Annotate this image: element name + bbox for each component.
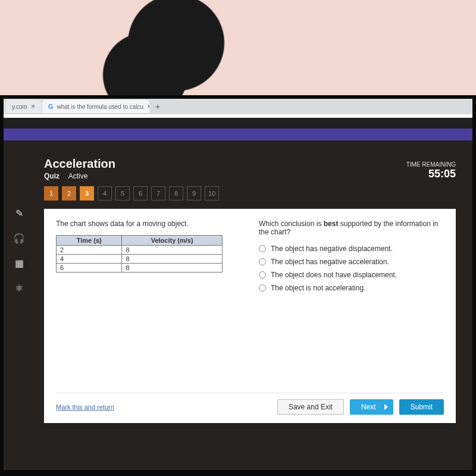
question-left-column: The chart shows data for a moving object… [56,220,241,387]
question-nav-2[interactable]: 2 [62,186,76,201]
physical-foreground-object [83,0,238,107]
answer-options: The object has negative displacement.The… [259,245,444,292]
answer-option-text: The object does not have displacement. [271,271,397,279]
answer-option-text: The object has negative acceleration. [271,258,389,266]
table-row: 68 [57,264,223,273]
time-remaining-label: TIME REMAINING [406,161,456,168]
answer-option-1[interactable]: The object has negative displacement. [259,245,444,253]
time-remaining-value: 55:05 [406,168,456,180]
radio-icon[interactable] [259,258,266,265]
left-prompt-text: The chart shows data for a moving object… [56,220,241,228]
answer-option-text: The object is not accelerating. [271,284,365,292]
table-cell: 2 [57,246,122,255]
question-nav-7[interactable]: 7 [151,186,165,201]
pencil-icon[interactable]: ✎ [11,205,27,221]
table-cell: 8 [122,246,223,255]
table-header: Velocity (m/s) [122,236,223,246]
question-card: The chart shows data for a moving object… [44,209,456,423]
status-label: Active [68,172,88,180]
card-footer: Mark this and return Save and Exit Next … [56,393,444,415]
question-nav-5[interactable]: 5 [115,186,130,201]
answer-option-3[interactable]: The object does not have displacement. [259,271,444,279]
table-cell: 6 [57,264,122,273]
table-header: Time (s) [57,236,122,246]
time-remaining: TIME REMAINING 55:05 [406,161,456,180]
prompt-pre: Which conclusion is [259,220,324,228]
question-nav-10[interactable]: 10 [205,186,219,201]
mark-and-return-link[interactable]: Mark this and return [56,403,114,411]
radio-icon[interactable] [259,271,266,278]
answer-option-text: The object has negative displacement. [271,245,393,253]
radio-icon[interactable] [259,284,266,292]
question-nav-9[interactable]: 9 [187,186,201,201]
answer-option-4[interactable]: The object is not accelerating. [259,284,444,292]
answer-option-2[interactable]: The object has negative acceleration. [259,258,444,266]
browser-tab-strip: y.com × G what is the formula used to ca… [4,99,472,114]
atom-icon[interactable]: ⚛ [11,280,27,296]
left-tool-rail: ✎ 🎧 ▦ ⚛ [11,205,27,296]
table-row: 48 [57,255,223,264]
table-row: 28 [57,246,223,255]
google-favicon-icon: G [48,103,54,110]
question-nav: 12345678910 [44,186,456,201]
tab-label: what is the formula used to calcu [57,104,144,110]
close-icon[interactable]: × [31,102,35,111]
tab-label: y.com [12,104,27,110]
quiz-shell: ✎ 🎧 ▦ ⚛ Acceleration Quiz Active TIME RE… [4,140,472,474]
question-nav-3[interactable]: 3 [80,186,94,201]
question-nav-6[interactable]: 6 [133,186,148,201]
headphones-icon[interactable]: 🎧 [11,230,27,246]
close-icon[interactable]: × [147,102,149,111]
question-nav-8[interactable]: 8 [169,186,183,201]
table-cell: 4 [57,255,122,264]
monitor-frame: y.com × G what is the formula used to ca… [0,95,476,476]
question-right-column: Which conclusion is best supported by th… [259,220,444,387]
table-cell: 8 [122,255,223,264]
right-prompt-text: Which conclusion is best supported by th… [259,220,444,236]
mode-label: Quiz [44,172,60,180]
question-nav-1[interactable]: 1 [44,186,58,201]
new-tab-button[interactable]: + [151,102,165,111]
browser-toolbar-area [4,114,472,118]
radio-icon[interactable] [259,245,266,252]
prompt-bold: best [324,220,339,228]
data-table: Time (s)Velocity (m/s) 284868 [56,235,223,273]
next-button[interactable]: Next [350,399,393,415]
save-and-exit-button[interactable]: Save and Exit [277,399,344,415]
page-title: Acceleration [44,157,115,171]
browser-tab-2[interactable]: G what is the formula used to calcu × [42,100,149,113]
table-cell: 8 [122,264,223,273]
submit-button[interactable]: Submit [399,399,444,415]
question-nav-4[interactable]: 4 [98,186,112,201]
calculator-icon[interactable]: ▦ [11,255,27,271]
browser-tab-1[interactable]: y.com × [6,100,41,113]
app-header-bar [4,129,472,140]
